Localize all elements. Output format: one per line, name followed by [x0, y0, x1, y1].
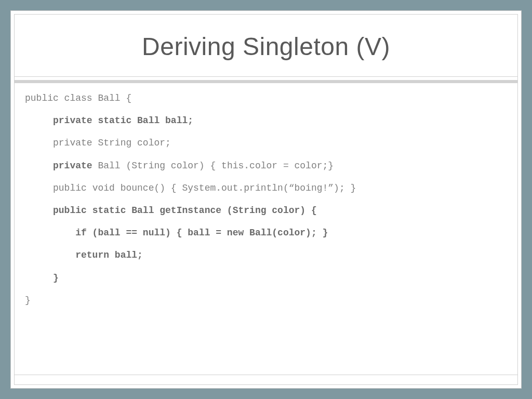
title-box: Deriving Singleton (V)	[15, 15, 517, 77]
code-line: Ball (String color) { this.color = color…	[92, 161, 334, 171]
code-block: public class Ball { private static Ball …	[25, 87, 507, 312]
code-line: }	[25, 295, 31, 305]
code-line: return ball;	[75, 250, 143, 260]
slide-inner: Deriving Singleton (V) public class Ball…	[14, 14, 518, 385]
code-line: public void bounce() { System.out.printl…	[53, 183, 356, 193]
footer-strip	[15, 375, 517, 384]
code-line: }	[53, 273, 59, 283]
code-line: if (ball == null) { ball = new Ball(colo…	[75, 228, 328, 238]
content-area: public class Ball { private static Ball …	[15, 83, 517, 375]
code-line: public static Ball getInstance (String c…	[53, 205, 317, 216]
code-line: public class Ball {	[25, 93, 131, 103]
code-keyword: private	[53, 161, 92, 171]
code-line: private String color;	[53, 138, 171, 148]
code-line: private static Ball ball;	[53, 115, 193, 126]
slide: Deriving Singleton (V) public class Ball…	[10, 10, 522, 389]
slide-title: Deriving Singleton (V)	[25, 32, 507, 61]
